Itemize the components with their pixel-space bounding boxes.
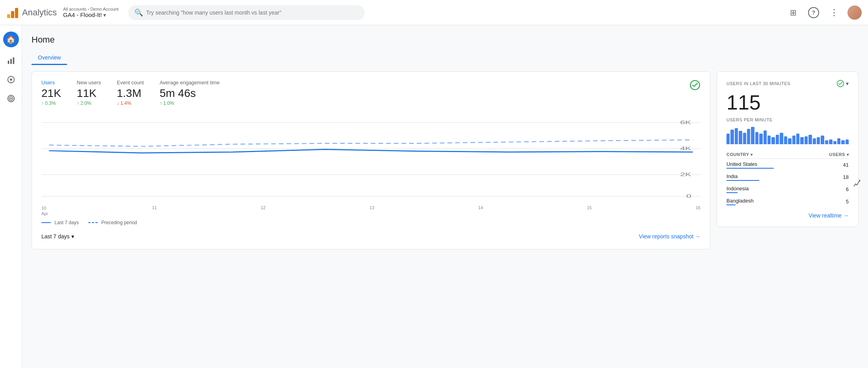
country-name-cell: Bangladesh — [726, 195, 801, 208]
sidebar-item-reports[interactable] — [3, 54, 19, 69]
search-input[interactable] — [146, 9, 358, 16]
realtime-header: USERS IN LAST 30 MINUTES ▾ — [726, 80, 849, 87]
realtime-card: USERS IN LAST 30 MINUTES ▾ 115 USERS PER… — [717, 71, 859, 227]
metric-new-users-label: New users — [77, 80, 101, 85]
country-table-row: India 18 — [726, 171, 849, 183]
app-logo[interactable]: Analytics — [6, 6, 57, 19]
chart-svg: 6K 4K 2K 0 — [41, 114, 700, 201]
mini-bar-item — [837, 138, 840, 144]
metric-new-users-value: 11K — [77, 87, 101, 100]
account-name[interactable]: GA4 - Flood-It! ▾ — [63, 11, 119, 18]
svg-text:4K: 4K — [680, 146, 691, 152]
bar-chart-icon — [7, 56, 15, 67]
mini-bar-item — [726, 134, 730, 144]
sidebar-item-explore[interactable] — [3, 72, 19, 88]
sidebar-item-home[interactable]: 🏠 — [3, 32, 19, 47]
date-range-button[interactable]: Last 7 days ▾ — [41, 232, 74, 241]
users-per-min-label: USERS PER MINUTE — [726, 117, 849, 122]
metric-engagement-change: ↑ 1.0% — [160, 100, 220, 106]
chevron-down-icon[interactable]: ▾ — [846, 80, 849, 87]
metrics-row: Users 21K ↑ 0.3% New users 11K ↑ 2.0% Ev… — [41, 80, 700, 106]
legend-item-preceding: Preceding period — [88, 220, 137, 225]
legend-line-solid — [41, 222, 51, 223]
card-footer: Last 7 days ▾ View reports snapshot → — [41, 232, 700, 241]
svg-text:6K: 6K — [680, 120, 691, 126]
expand-panel-button[interactable] — [851, 178, 863, 190]
chart-legend: Last 7 days Preceding period — [41, 220, 700, 225]
svg-text:0: 0 — [686, 193, 691, 199]
data-verified-icon — [689, 80, 700, 93]
view-reports-link[interactable]: View reports snapshot → — [639, 233, 700, 240]
mini-bar-item — [813, 138, 816, 144]
sidebar-item-advertising[interactable] — [3, 91, 19, 107]
legend-item-current: Last 7 days — [41, 220, 79, 225]
metric-users[interactable]: Users 21K ↑ 0.3% — [41, 80, 61, 106]
mini-bar-item — [743, 133, 746, 144]
page-title: Home — [32, 35, 859, 45]
country-name-cell: Indonesia — [726, 183, 801, 195]
analytics-logo-icon — [6, 6, 19, 19]
home-icon: 🏠 — [6, 35, 16, 44]
country-users-cell: 5 — [801, 195, 849, 208]
realtime-user-count: 115 — [726, 91, 849, 114]
verified-icon — [836, 80, 844, 87]
metric-users-change: ↑ 0.3% — [41, 100, 61, 106]
help-icon: ? — [808, 7, 819, 18]
country-table: COUNTRY ▾ USERS ▾ United States 41 Ind — [726, 151, 849, 208]
search-icon: 🔍 — [134, 8, 143, 17]
user-avatar[interactable] — [848, 6, 862, 20]
x-label-0: 10Apr — [41, 205, 48, 217]
account-breadcrumb: All accounts › Demo Account — [63, 7, 119, 11]
metric-event-count[interactable]: Event count 1.3M ↓ 1.4% — [117, 80, 144, 106]
mini-bar-item — [784, 136, 787, 144]
svg-rect-0 — [7, 14, 10, 18]
view-realtime-link[interactable]: View realtime → — [726, 212, 849, 219]
mini-bar-item — [739, 131, 742, 144]
users-col-header[interactable]: USERS ▾ — [801, 151, 849, 159]
svg-text:2K: 2K — [680, 172, 691, 178]
mini-bar-item — [771, 137, 775, 144]
svg-rect-2 — [15, 8, 18, 18]
mini-bar-item — [759, 134, 762, 144]
metric-new-users[interactable]: New users 11K ↑ 2.0% — [77, 80, 101, 106]
mini-bar-item — [796, 134, 799, 144]
top-nav: Analytics All accounts › Demo Account GA… — [0, 0, 868, 25]
help-button[interactable]: ? — [807, 6, 821, 20]
metric-users-label[interactable]: Users — [41, 80, 61, 85]
explore-icon — [7, 75, 15, 86]
metric-engagement-label: Average engagement time — [160, 80, 220, 85]
mini-bar-item — [817, 137, 820, 144]
main-content: Home Overview Users 21K ↑ 0.3% New users… — [22, 25, 868, 259]
country-users-cell: 41 — [801, 159, 849, 171]
mini-bar-item — [846, 139, 849, 144]
realtime-controls[interactable]: ▾ — [836, 80, 849, 87]
chevron-down-icon: ▾ — [71, 233, 74, 240]
metric-event-count-change: ↓ 1.4% — [117, 100, 144, 106]
dashboard-cards: Users 21K ↑ 0.3% New users 11K ↑ 2.0% Ev… — [32, 71, 859, 249]
more-menu-button[interactable]: ⋮ — [827, 6, 841, 20]
svg-rect-4 — [10, 59, 12, 64]
avatar-image — [848, 6, 862, 20]
more-vert-icon: ⋮ — [830, 8, 838, 17]
mini-bar-item — [776, 135, 779, 144]
mini-bar-item — [808, 135, 812, 144]
account-selector[interactable]: All accounts › Demo Account GA4 - Flood-… — [63, 7, 119, 18]
mini-bar-item — [767, 136, 771, 144]
page-tabs: Overview — [32, 51, 859, 65]
metric-engagement[interactable]: Average engagement time 5m 46s ↑ 1.0% — [160, 80, 220, 106]
mini-bar-item — [751, 127, 754, 144]
nav-right-actions: ⊞ ? ⋮ — [786, 6, 862, 20]
target-icon — [7, 94, 15, 105]
metric-new-users-change: ↑ 2.0% — [77, 100, 101, 106]
tab-overview[interactable]: Overview — [32, 51, 67, 65]
main-chart-card: Users 21K ↑ 0.3% New users 11K ↑ 2.0% Ev… — [32, 71, 710, 249]
mini-bar-item — [841, 140, 844, 144]
apps-grid-button[interactable]: ⊞ — [786, 6, 800, 20]
x-label-6: 16 — [696, 205, 700, 217]
sidebar: 🏠 — [0, 25, 22, 259]
users-sort-icon: ▾ — [847, 152, 849, 157]
svg-rect-3 — [7, 61, 9, 64]
search-bar[interactable]: 🔍 — [128, 5, 365, 20]
country-col-header[interactable]: COUNTRY ▾ — [726, 151, 801, 159]
x-label-3: 13 — [369, 205, 374, 217]
